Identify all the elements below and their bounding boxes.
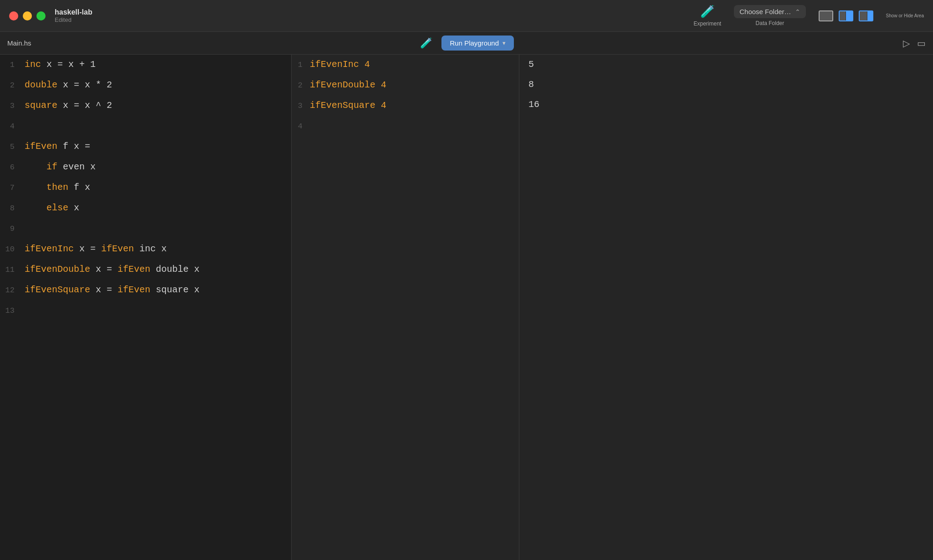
layout-icons xyxy=(819,10,873,21)
line-number: 13 xyxy=(0,301,23,321)
code-line-content xyxy=(23,116,30,136)
editor-panel[interactable]: 1 inc x = x + 1 2 double x = x * 2 3 squ… xyxy=(0,55,292,560)
table-row: 3 square x = x ^ 2 xyxy=(0,96,291,116)
table-row: 10 ifEvenInc x = ifEven inc x xyxy=(0,239,291,260)
line-number: 6 xyxy=(0,158,23,178)
folder-section: Choose Folder… ⌃ Data Folder xyxy=(734,5,805,26)
sidebar-toggle-icon[interactable]: ▭ xyxy=(917,38,926,49)
table-row: 13 xyxy=(0,300,291,321)
line-number: 3 xyxy=(0,96,23,116)
tabbar: Main.hs 🧪 Run Playground ▾ ▷ ▭ xyxy=(0,32,933,55)
code-area: 1 inc x = x + 1 2 double x = x * 2 3 squ… xyxy=(0,55,291,321)
main-content: 1 inc x = x + 1 2 double x = x * 2 3 squ… xyxy=(0,55,933,560)
table-row: 12 ifEvenSquare x = ifEven square x xyxy=(0,280,291,300)
table-row: 11 ifEvenDouble x = ifEven double x xyxy=(0,260,291,280)
playground-expression: ifEvenDouble 4 xyxy=(310,75,386,95)
playground-code: 1 ifEvenInc 4 2 ifEvenDouble 4 3 ifEvenS… xyxy=(292,55,519,560)
line-number: 1 xyxy=(292,55,310,75)
app-status: Edited xyxy=(55,16,92,23)
app-name: haskell-lab xyxy=(55,8,92,16)
result-value: 16 xyxy=(519,95,539,115)
chevron-down-icon: ⌃ xyxy=(795,8,800,15)
code-line-content: if even x xyxy=(23,157,96,177)
code-line-content: double x = x * 2 xyxy=(23,75,112,95)
run-playground-button[interactable]: Run Playground ▾ xyxy=(441,36,514,51)
line-number: 5 xyxy=(0,137,23,157)
table-row: 2 ifEvenDouble 4 xyxy=(292,75,519,96)
file-tab[interactable]: Main.hs xyxy=(7,39,31,47)
table-row: 16 xyxy=(519,95,933,115)
line-number: 12 xyxy=(0,280,23,300)
code-line-content: square x = x ^ 2 xyxy=(23,96,112,116)
playground-expression xyxy=(310,116,315,136)
table-row: 3 ifEvenSquare 4 xyxy=(292,96,519,116)
line-number: 2 xyxy=(0,76,23,96)
show-hide-label: Show or Hide Area xyxy=(886,13,924,18)
table-row: 2 double x = x * 2 xyxy=(0,75,291,96)
playground-results: 5 8 16 xyxy=(519,55,933,560)
folder-selector[interactable]: Choose Folder… ⌃ xyxy=(734,5,805,18)
table-row: 1 inc x = x + 1 xyxy=(0,55,291,75)
table-row: 5 ifEven f x = xyxy=(0,137,291,157)
experiment-button[interactable]: 🧪 Experiment xyxy=(694,5,722,27)
playground-expression: ifEvenInc 4 xyxy=(310,55,370,75)
line-number: 8 xyxy=(0,199,23,219)
experiment-icon: 🧪 xyxy=(700,5,715,19)
playground-expression: ifEvenSquare 4 xyxy=(310,96,386,116)
playground-panel[interactable]: 1 ifEvenInc 4 2 ifEvenDouble 4 3 ifEvenS… xyxy=(292,55,933,560)
code-line-content: ifEvenDouble x = ifEven double x xyxy=(23,260,200,280)
code-line-content xyxy=(23,300,30,321)
minimize-button[interactable] xyxy=(23,11,32,20)
table-row: 8 xyxy=(519,75,933,95)
line-number: 1 xyxy=(0,55,23,75)
table-row: 8 else x xyxy=(0,198,291,219)
code-line-content: ifEven f x = xyxy=(23,137,90,157)
titlebar: haskell-lab Edited 🧪 Experiment Choose F… xyxy=(0,0,933,32)
table-row: 4 xyxy=(0,116,291,137)
table-row: 9 xyxy=(0,219,291,239)
code-line-content: inc x = x + 1 xyxy=(23,55,96,75)
line-number: 9 xyxy=(0,219,23,239)
table-row: 1 ifEvenInc 4 xyxy=(292,55,519,75)
layout-sidebar-icon[interactable] xyxy=(859,10,873,21)
code-line-content: ifEvenSquare x = ifEven square x xyxy=(23,280,200,300)
app-title: haskell-lab Edited xyxy=(55,8,92,23)
run-button-chevron: ▾ xyxy=(502,40,506,46)
traffic-lights xyxy=(9,11,46,20)
close-button[interactable] xyxy=(9,11,18,20)
code-line-content xyxy=(23,219,30,239)
table-row xyxy=(519,115,933,135)
line-number: 4 xyxy=(292,117,310,137)
code-line-content: then f x xyxy=(23,178,90,198)
table-row: 7 then f x xyxy=(0,178,291,198)
line-number: 4 xyxy=(0,117,23,137)
line-number: 2 xyxy=(292,76,310,96)
table-row: 4 xyxy=(292,116,519,137)
experiment-label: Experiment xyxy=(694,20,722,27)
table-row: 5 xyxy=(519,55,933,75)
experiment-tab-icon: 🧪 xyxy=(420,37,432,49)
result-value: 8 xyxy=(519,75,534,95)
line-number: 7 xyxy=(0,178,23,198)
folder-selector-text: Choose Folder… xyxy=(739,8,791,15)
fullscreen-button[interactable] xyxy=(36,11,46,20)
table-row: 6 if even x xyxy=(0,157,291,178)
layout-split-icon[interactable] xyxy=(839,10,853,21)
code-line-content: ifEvenInc x = ifEven inc x xyxy=(23,239,167,259)
folder-label: Data Folder xyxy=(756,20,784,26)
result-value: 5 xyxy=(519,55,534,75)
titlebar-actions: 🧪 Experiment Choose Folder… ⌃ Data Folde… xyxy=(694,5,924,27)
code-line-content: else x xyxy=(23,198,79,218)
run-button-label: Run Playground xyxy=(450,39,499,47)
line-number: 3 xyxy=(292,96,310,116)
play-icon[interactable]: ▷ xyxy=(903,38,910,49)
line-number: 11 xyxy=(0,260,23,280)
layout-single-icon[interactable] xyxy=(819,10,833,21)
tabbar-right: ▷ ▭ xyxy=(903,38,926,49)
line-number: 10 xyxy=(0,239,23,260)
